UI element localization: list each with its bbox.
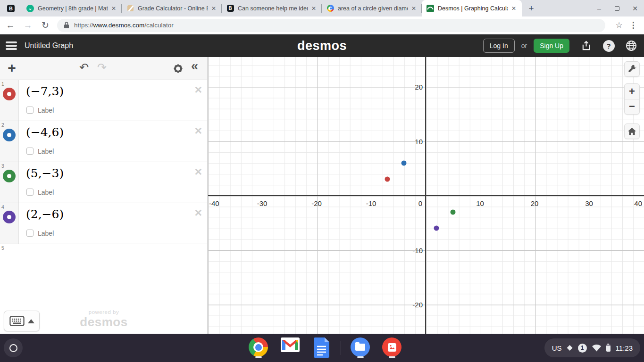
show-keyboard-button[interactable]	[4, 311, 40, 331]
shelf-app-gmail[interactable]	[280, 337, 300, 358]
label-checkbox[interactable]	[26, 230, 33, 237]
keyboard-icon	[9, 316, 25, 326]
expression-row-4[interactable]: 4 (2,−6) Label ✕	[0, 203, 207, 244]
tab-brainly-question[interactable]: B Can someone help me ident ✕	[222, 0, 322, 16]
graph-settings-gear-icon[interactable]	[172, 63, 184, 76]
bookmark-star-icon[interactable]: ☆	[612, 20, 626, 30]
screen: B ⌄ Geometry | 8th grade | Math ✕ Grade …	[0, 0, 644, 362]
tab-title: Can someone help me ident	[238, 5, 308, 12]
shelf-app-files[interactable]	[351, 337, 370, 358]
delete-row-icon[interactable]: ✕	[194, 84, 202, 96]
address-bar[interactable]: https://www.desmos.com/calculator	[57, 19, 605, 32]
zoom-out-button[interactable]: −	[625, 99, 639, 114]
tab-close-icon[interactable]: ✕	[309, 4, 318, 13]
main-menu-icon[interactable]	[6, 41, 17, 50]
expression-text[interactable]: (5,−3)	[26, 166, 64, 180]
x-axis-tick-label: -40	[209, 199, 219, 207]
zoom-in-button[interactable]: +	[625, 84, 639, 99]
expression-text[interactable]: (−4,6)	[26, 125, 64, 139]
running-indicator	[255, 356, 262, 358]
graph-settings-wrench-button[interactable]	[624, 61, 640, 77]
ime-label: US	[552, 344, 562, 352]
help-icon[interactable]: ?	[602, 40, 615, 52]
shelf-app-gallery[interactable]	[382, 337, 401, 358]
shelf-app-docs[interactable]	[312, 337, 331, 358]
tab-close-icon[interactable]: ✕	[510, 4, 518, 13]
tab-grade-calculator[interactable]: Grade Calculator - Online Ea ✕	[122, 0, 222, 16]
tab-desmos-active[interactable]: Desmos | Graphing Calculat ✕	[422, 0, 522, 16]
share-icon[interactable]	[580, 40, 592, 52]
google-docs-icon	[314, 337, 329, 358]
y-axis-tick-label: 10	[415, 137, 423, 145]
expression-row-1[interactable]: 1 (−7,3) Label ✕	[0, 80, 207, 121]
undo-button[interactable]: ↶	[79, 61, 89, 74]
redo-button[interactable]: ↷	[97, 61, 107, 74]
pinned-tab-brainly[interactable]: B	[0, 0, 22, 16]
running-indicator	[389, 356, 395, 358]
expression-text[interactable]: (−7,3)	[26, 84, 64, 98]
files-icon	[351, 337, 370, 357]
lock-icon	[64, 22, 69, 29]
status-tray[interactable]: US 1 11:23	[544, 338, 640, 357]
graph-point[interactable]	[434, 226, 439, 231]
sign-up-button[interactable]: Sign Up	[534, 39, 569, 53]
reload-button[interactable]: ↻	[38, 18, 52, 33]
label-checkbox[interactable]	[26, 189, 33, 196]
delete-row-icon[interactable]: ✕	[194, 207, 202, 219]
tab-google-search[interactable]: area of a circle given diamet ✕	[322, 0, 422, 16]
wifi-icon	[592, 345, 601, 352]
default-view-home-button[interactable]	[624, 123, 640, 139]
graph-point[interactable]	[401, 160, 406, 165]
expression-row-3[interactable]: 3 (5,−3) Label ✕	[0, 162, 207, 203]
tab-geometry[interactable]: ⌄ Geometry | 8th grade | Math ✕	[22, 0, 122, 16]
collapse-panel-icon[interactable]: «	[191, 59, 198, 74]
grade-calc-favicon-icon	[126, 5, 134, 12]
add-expression-button[interactable]: +	[5, 60, 19, 76]
clock: 11:23	[616, 344, 633, 352]
wrench-icon	[627, 65, 636, 74]
row-index: 4	[1, 204, 4, 210]
label-checkbox[interactable]	[26, 107, 33, 114]
language-globe-icon[interactable]	[625, 40, 637, 52]
tab-close-icon[interactable]: ✕	[109, 4, 118, 13]
y-axis-tick-label: -10	[412, 246, 423, 254]
tab-strip: B ⌄ Geometry | 8th grade | Math ✕ Grade …	[0, 0, 644, 16]
shelf-app-chrome[interactable]	[249, 337, 268, 358]
log-in-button[interactable]: Log In	[483, 39, 515, 53]
expression-list: 1 (−7,3) Label ✕ 2 (−4,6) Label ✕	[0, 80, 207, 285]
restore-button[interactable]	[608, 0, 626, 16]
url-text: https://www.desmos.com/calculator	[74, 22, 174, 29]
expression-panel: + ↶ ↷ « 1 (−7,3) Label ✕ 2	[0, 57, 208, 334]
new-tab-button[interactable]: +	[525, 2, 538, 15]
tab-close-icon[interactable]: ✕	[209, 4, 218, 13]
graph-title[interactable]: Untitled Graph	[25, 41, 73, 50]
graph-point[interactable]	[385, 177, 390, 182]
label-checkbox-text: Label	[38, 230, 54, 237]
graph-canvas[interactable]: + − -40-30-20-100102030402010-10-20	[208, 57, 644, 334]
minimize-button[interactable]: –	[590, 0, 608, 16]
expression-row-5-empty[interactable]: 5	[0, 244, 207, 285]
x-axis-tick-label: 10	[476, 199, 484, 207]
gallery-icon	[382, 337, 401, 357]
launcher-button[interactable]	[4, 338, 23, 357]
label-checkbox-text: Label	[38, 107, 54, 114]
tab-title: area of a circle given diamet	[338, 5, 408, 12]
window-close-button[interactable]: ✕	[626, 0, 644, 16]
delete-row-icon[interactable]: ✕	[194, 125, 202, 137]
x-axis-tick-label: -20	[311, 199, 322, 207]
google-favicon-icon	[326, 5, 334, 12]
tab-close-icon[interactable]: ✕	[410, 4, 418, 13]
zoom-controls: + −	[624, 83, 640, 115]
point-style-icon[interactable]	[3, 88, 16, 100]
back-button[interactable]: ←	[3, 18, 17, 33]
point-style-icon[interactable]	[3, 170, 16, 182]
forward-button[interactable]: →	[21, 18, 35, 33]
expression-row-2[interactable]: 2 (−4,6) Label ✕	[0, 121, 207, 162]
point-style-icon[interactable]	[3, 211, 16, 223]
point-style-icon[interactable]	[3, 129, 16, 141]
graph-point[interactable]	[450, 209, 455, 214]
browser-menu-icon[interactable]: ⋮	[626, 20, 640, 30]
expression-text[interactable]: (2,−6)	[26, 207, 64, 221]
delete-row-icon[interactable]: ✕	[194, 166, 202, 178]
label-checkbox[interactable]	[26, 148, 33, 155]
